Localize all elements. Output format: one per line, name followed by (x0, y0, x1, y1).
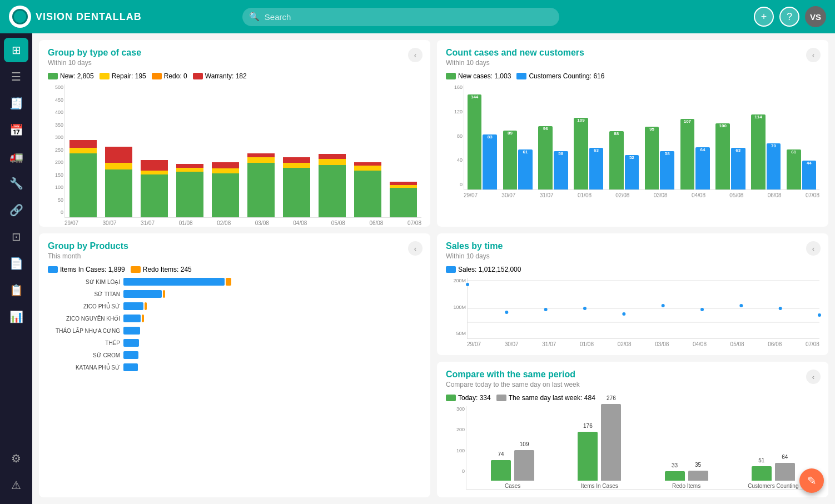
svg-point-10 (739, 304, 743, 307)
legend-items-in-cases: Items In Cases: 1,899 (48, 266, 125, 273)
svg-point-5 (544, 308, 548, 311)
svg-point-9 (700, 308, 704, 311)
svg-point-4 (505, 311, 508, 314)
count-cases-title: Count cases and new customers (446, 48, 819, 58)
sidebar-item-network[interactable]: 🔗 (4, 198, 28, 222)
help-button[interactable]: ? (779, 7, 799, 27)
svg-point-11 (779, 307, 782, 310)
group-by-products-card: Group by Products This month ‹ Items In … (39, 233, 430, 497)
sidebar-item-warning[interactable]: ⚠ (4, 473, 28, 497)
svg-point-12 (818, 313, 821, 317)
legend-repair-color (100, 73, 110, 79)
legend-sales: Sales: 1,012,152,000 (446, 266, 521, 273)
legend-redo-label: Redo: 0 (164, 72, 187, 80)
sidebar-item-chart[interactable]: 📊 (4, 305, 28, 329)
sales-chart (467, 278, 819, 339)
count-cases-bars: 1448389619658109638852955810764100631147… (464, 84, 819, 190)
add-button[interactable]: + (754, 7, 774, 27)
compare-collapse[interactable]: ‹ (806, 370, 821, 384)
svg-point-3 (466, 283, 469, 286)
group-by-case-chart: 500450400350300250200150100500 29/0730/0… (48, 84, 421, 226)
sales-chart-wrap: 200M100M50M 29/0730/0731/0701/0802/0803/… (446, 278, 819, 347)
legend-items-color (48, 266, 58, 273)
compare-title: Compare with the same period (446, 370, 819, 380)
count-cases-subtitle: Within 10 days (446, 59, 819, 67)
legend-items-label: Items In Cases: 1,899 (60, 266, 125, 273)
legend-redo-items-color (131, 266, 141, 273)
sales-legend: Sales: 1,012,152,000 (446, 266, 819, 273)
compare-bars: 74109Cases176276Items In Cases3335Redo I… (466, 406, 819, 490)
group-by-case-card: Group by type of case Within 10 days ‹ N… (39, 40, 430, 227)
legend-new-color (48, 73, 58, 79)
sidebar-item-receipt[interactable]: 🧾 (4, 91, 28, 116)
sidebar-item-list[interactable]: ☰ (4, 64, 28, 89)
legend-customers: Customers Counting: 616 (516, 72, 604, 80)
app-title: VISION DENTALLAB (36, 11, 142, 23)
search-input[interactable] (242, 8, 559, 26)
sidebar-item-tools[interactable]: 🔧 (4, 171, 28, 196)
sidebar-item-calendar[interactable]: 📅 (4, 118, 28, 142)
logo-icon (9, 6, 31, 28)
legend-sales-color (446, 266, 456, 273)
header: VISION DENTALLAB 🔍 + ? VS (0, 0, 835, 33)
group-by-case-bars (64, 84, 421, 218)
group-by-case-x-labels: 29/0730/0731/0701/0802/0803/0804/0805/08… (64, 220, 421, 226)
sales-collapse[interactable]: ‹ (806, 241, 821, 256)
group-by-products-legend: Items In Cases: 1,899 Redo Items: 245 (48, 266, 421, 273)
fab-button[interactable]: ✎ (799, 468, 824, 493)
legend-warranty: Warranty: 182 (193, 72, 247, 80)
legend-new-cases-color (446, 73, 456, 79)
legend-warranty-color (193, 73, 203, 79)
header-actions: + ? VS (754, 6, 826, 27)
avatar[interactable]: VS (805, 6, 826, 27)
group-by-case-legend: New: 2,805 Repair: 195 Redo: 0 Warranty:… (48, 72, 421, 80)
sales-line-svg (468, 278, 819, 339)
sidebar-item-qr[interactable]: ⊡ (4, 224, 28, 249)
legend-warranty-label: Warranty: 182 (205, 72, 247, 80)
products-scroll[interactable]: SỨ KIM LOẠISỨ TITANZICO PHỦ SỨZICO NGUYÊ… (48, 278, 421, 376)
compare-card: Compare with the same period Compare tod… (437, 362, 828, 497)
legend-new-cases-label: New cases: 1,003 (458, 72, 511, 80)
compare-subtitle: Compare today to the same day on last we… (446, 381, 819, 388)
legend-new: New: 2,805 (48, 72, 94, 80)
legend-repair-label: Repair: 195 (112, 72, 146, 80)
legend-customers-color (516, 73, 526, 79)
sidebar-item-settings[interactable]: ⚙ (4, 446, 28, 471)
group-by-products-collapse[interactable]: ‹ (408, 241, 423, 256)
legend-today-color (446, 395, 456, 401)
legend-today: Today: 334 (446, 394, 491, 402)
legend-repair: Repair: 195 (100, 72, 146, 80)
legend-redo-color (152, 73, 162, 79)
legend-sales-label: Sales: 1,012,152,000 (458, 266, 521, 273)
group-by-case-title: Group by type of case (48, 48, 421, 58)
svg-point-8 (662, 304, 665, 307)
compare-legend: Today: 334 The same day last week: 484 (446, 394, 819, 402)
main-content: Group by type of case Within 10 days ‹ N… (32, 33, 835, 504)
sidebar-item-dashboard[interactable]: ⊞ (4, 38, 28, 62)
count-cases-x-labels: 29/0730/0731/0701/0802/0803/0804/0805/08… (464, 192, 819, 198)
sidebar: ⊞ ☰ 🧾 📅 🚛 🔧 🔗 ⊡ 📄 📋 📊 ⚙ ⚠ (0, 33, 32, 504)
sales-x-labels: 29/0730/0731/0701/0802/0803/0804/0805/08… (467, 341, 819, 347)
group-by-case-subtitle: Within 10 days (48, 59, 421, 67)
svg-point-7 (622, 312, 625, 316)
sidebar-item-invoice[interactable]: 📋 (4, 278, 28, 302)
search-area: 🔍 (242, 8, 559, 26)
legend-last-week-label: The same day last week: 484 (509, 394, 595, 402)
count-cases-collapse[interactable]: ‹ (806, 48, 821, 62)
sales-by-time-card: Sales by time Within 10 days ‹ Sales: 1,… (437, 233, 828, 355)
sidebar-item-truck[interactable]: 🚛 (4, 144, 28, 169)
logo-inner (12, 9, 28, 24)
count-cases-chart: 16012080400 1448389619658109638852955810… (446, 84, 819, 198)
sales-subtitle: Within 10 days (446, 252, 819, 260)
legend-new-label: New: 2,805 (60, 72, 94, 80)
logo: VISION DENTALLAB (9, 6, 142, 28)
right-bottom-cards: Sales by time Within 10 days ‹ Sales: 1,… (437, 233, 828, 497)
sales-title: Sales by time (446, 241, 819, 251)
legend-new-cases: New cases: 1,003 (446, 72, 511, 80)
legend-redo: Redo: 0 (152, 72, 187, 80)
sidebar-item-document[interactable]: 📄 (4, 251, 28, 276)
group-by-case-collapse[interactable]: ‹ (408, 48, 423, 62)
count-cases-card: Count cases and new customers Within 10 … (437, 40, 828, 227)
legend-customers-label: Customers Counting: 616 (529, 72, 604, 80)
search-icon: 🔍 (249, 12, 260, 22)
